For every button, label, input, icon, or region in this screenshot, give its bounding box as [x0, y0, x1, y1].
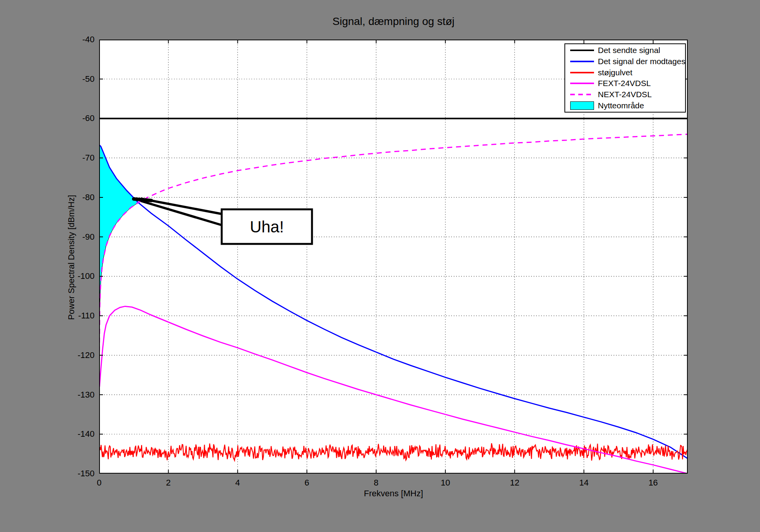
legend-label: Det sendte signal [598, 46, 660, 55]
legend-label: Nytteområde [598, 101, 644, 110]
x-tick-label: 12 [510, 478, 519, 488]
legend-row: Det signal der modtages [565, 56, 685, 67]
legend-label: støjgulvet [598, 68, 632, 77]
x-tick-label: 14 [579, 478, 588, 488]
legend-row: FEXT-24VDSL [565, 78, 685, 89]
matlab-figure: Signal, dæmpning og støj Uha! 0246810121… [0, 0, 760, 532]
x-tick-label: 2 [166, 478, 171, 488]
callout-arrow-tip [134, 199, 151, 201]
plot-title: Signal, dæmpning og støj [99, 15, 688, 28]
legend-patch-sample [570, 101, 594, 110]
x-tick-label: 0 [97, 478, 101, 488]
legend: Det sendte signalDet signal der modtages… [564, 43, 686, 113]
legend-row: Det sendte signal [565, 45, 685, 56]
x-tick-label: 4 [235, 478, 240, 488]
legend-line-sample [570, 61, 594, 62]
legend-line-sample [570, 83, 594, 84]
legend-label: Det signal der modtages [598, 57, 685, 66]
legend-row: NEXT-24VDSL [565, 89, 685, 100]
legend-line-sample [570, 94, 594, 95]
y-axis-label: Power Spectral Density [dBm/Hz] [66, 0, 76, 532]
callout-text: Uha! [250, 218, 284, 236]
legend-line-sample [570, 50, 594, 51]
legend-label: NEXT-24VDSL [598, 90, 652, 99]
legend-label: FEXT-24VDSL [598, 79, 651, 88]
x-tick-label: 6 [305, 478, 309, 488]
legend-row: støjgulvet [565, 67, 685, 78]
legend-line-sample [570, 72, 594, 73]
legend-row: Nytteområde [565, 100, 685, 111]
x-tick-label: 8 [374, 478, 378, 488]
x-tick-label: 16 [649, 478, 658, 488]
x-axis-label: Frekvens [MHz] [99, 489, 688, 499]
x-tick-label: 10 [441, 478, 450, 488]
